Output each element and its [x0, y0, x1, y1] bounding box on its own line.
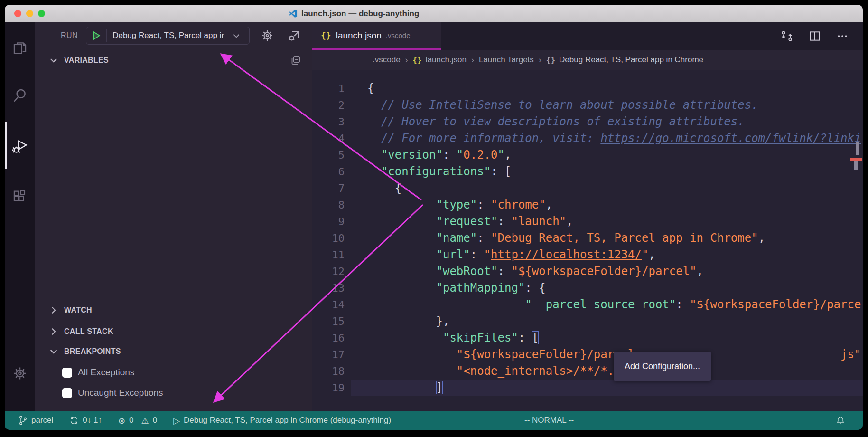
dropdown-divider [106, 29, 107, 42]
code-line-content[interactable]: "version": "0.2.0", [351, 147, 863, 163]
code-line-content[interactable]: { [351, 80, 863, 97]
notifications-bell-icon[interactable] [835, 411, 846, 430]
line-number: 2 [312, 97, 351, 114]
checkbox-label: Uncaught Exceptions [78, 388, 163, 398]
line-number: 11 [312, 247, 351, 263]
checkbox-label: All Exceptions [78, 367, 134, 378]
line-number: 5 [312, 147, 351, 163]
breadcrumb-target[interactable]: Debug React, TS, Parcel app in Chrome [559, 55, 703, 65]
code-line-content[interactable]: { [351, 180, 863, 197]
tab-launch-json[interactable]: {} launch.json .vscode [312, 22, 441, 50]
code-line-content[interactable]: // Use IntelliSense to learn about possi… [351, 97, 863, 114]
tab-file-name: launch.json [336, 30, 382, 41]
code-line[interactable]: 8 "type": "chrome", [312, 197, 863, 213]
code-line[interactable]: 7 { [312, 180, 863, 197]
line-number: 18 [312, 363, 351, 380]
code-line-content[interactable]: "configurations": [ [351, 163, 863, 180]
code-line[interactable]: 17 "${workspaceFolder}/parcel, js", [312, 346, 863, 363]
breadcrumb-file[interactable]: launch.json [426, 55, 467, 65]
run-and-debug-icon[interactable] [11, 138, 28, 155]
close-window-button[interactable] [14, 10, 21, 17]
configure-gear-icon[interactable] [260, 28, 274, 43]
git-branch-item[interactable]: parcel [18, 415, 53, 426]
code-line[interactable]: 14 "__parcel_source_root": "${workspaceF… [312, 296, 863, 313]
line-number: 15 [312, 313, 351, 330]
section-breakpoints[interactable]: BREAKPOINTS [35, 343, 312, 360]
code-line-content[interactable]: "type": "chrome", [351, 197, 863, 213]
zoom-window-button[interactable] [38, 10, 45, 17]
code-line-content[interactable]: "${workspaceFolder}/parcel, js", [351, 346, 863, 363]
run-debug-sidebar: RUN Debug React, TS, Parcel app ir [35, 22, 312, 411]
code-line[interactable]: 11 "url": "http://localhost:1234/", [312, 247, 863, 263]
code-line-content[interactable]: "request": "launch", [351, 213, 863, 230]
code-line[interactable]: 15 }, [312, 313, 863, 330]
status-bar: parcel 0↓ 1↑ ⊗ 0 ⚠ 0 ▷ Debug React, TS, … [5, 411, 863, 430]
code-line[interactable]: 9 "request": "launch", [312, 213, 863, 230]
code-line[interactable]: 16 "skipFiles": [ [312, 330, 863, 346]
open-changes-icon[interactable] [780, 29, 793, 43]
line-number: 9 [312, 213, 351, 230]
settings-gear-icon[interactable] [11, 365, 28, 382]
code-line[interactable]: 6 "configurations": [ [312, 163, 863, 180]
line-number: 19 [312, 380, 351, 396]
code-line-content[interactable]: "name": "Debug React, TS, Parcel app in … [351, 230, 863, 247]
line-number: 1 [312, 80, 351, 97]
code-line-content[interactable]: ] [351, 380, 863, 396]
code-line-content[interactable]: "webRoot": "${workspaceFolder}/parcel", [351, 263, 863, 280]
code-lines[interactable]: 1{2 // Use IntelliSense to learn about p… [312, 70, 863, 411]
code-line-content[interactable]: "__parcel_source_root": "${workspaceFold… [351, 296, 863, 313]
chevron-right-icon [49, 327, 58, 336]
collapse-all-icon[interactable] [290, 55, 301, 66]
code-line-content[interactable]: }, [351, 313, 863, 330]
editor-group: {} launch.json .vscode [312, 22, 863, 411]
code-line[interactable]: 3 // Hover to view descriptions of exist… [312, 114, 863, 130]
minimize-window-button[interactable] [26, 10, 33, 17]
code-line[interactable]: 18 "<node_internals>/**/*.js" [312, 363, 863, 380]
line-number: 12 [312, 263, 351, 280]
search-icon[interactable] [11, 87, 28, 104]
code-line[interactable]: 1{ [312, 80, 863, 97]
extensions-icon[interactable] [11, 188, 28, 205]
code-line-content[interactable]: "skipFiles": [ [351, 330, 863, 346]
code-line[interactable]: 10 "name": "Debug React, TS, Parcel app … [312, 230, 863, 247]
debug-toolbar: RUN Debug React, TS, Parcel app ir [35, 26, 312, 45]
checkbox-uncaught-exceptions[interactable] [62, 388, 72, 398]
problems-item[interactable]: ⊗ 0 ⚠ 0 [118, 416, 157, 426]
debug-target-item[interactable]: ▷ Debug React, TS, Parcel app in Chrome … [173, 416, 391, 426]
error-icon: ⊗ [118, 416, 125, 426]
warning-count: 0 [153, 416, 157, 425]
code-line-content[interactable]: // Hover to view descriptions of existin… [351, 114, 863, 130]
launch-config-dropdown[interactable]: Debug React, TS, Parcel app ir [86, 27, 250, 45]
breadcrumb-separator: › [405, 55, 408, 65]
sync-changes-item[interactable]: 0↓ 1↑ [69, 416, 102, 425]
code-line[interactable]: 5 "version": "0.2.0", [312, 147, 863, 163]
code-line[interactable]: 13 "pathMapping": { [312, 280, 863, 296]
explorer-icon[interactable] [11, 39, 28, 57]
section-variables[interactable]: VARIABLES [35, 52, 312, 69]
branch-name: parcel [31, 416, 53, 425]
code-line-content[interactable]: "<node_internals>/**/*.js" [351, 363, 863, 380]
overview-ruler-mark [854, 161, 858, 170]
code-line[interactable]: 4 // For more information, visit: https:… [312, 130, 863, 147]
checkbox-all-exceptions[interactable] [62, 368, 72, 378]
breadcrumb-section[interactable]: Launch Targets [479, 55, 534, 65]
start-debug-icon[interactable] [91, 30, 102, 41]
warning-icon: ⚠ [141, 416, 149, 426]
code-line[interactable]: 2 // Use IntelliSense to learn about pos… [312, 97, 863, 114]
active-view-indicator [5, 122, 7, 169]
code-line[interactable]: 19 ] [312, 380, 863, 396]
json-file-icon: {} [413, 56, 422, 65]
breadcrumb-dir[interactable]: .vscode [373, 55, 401, 65]
code-line[interactable]: 12 "webRoot": "${workspaceFolder}/parcel… [312, 263, 863, 280]
code-line-content[interactable]: // For more information, visit: https://… [351, 130, 863, 147]
add-configuration-button[interactable]: Add Configuration... [614, 352, 711, 381]
split-editor-icon[interactable] [809, 30, 821, 42]
section-call-stack[interactable]: CALL STACK [35, 323, 312, 340]
breadcrumb: .vscode › {} launch.json › Launch Target… [312, 50, 863, 70]
code-line-content[interactable]: "url": "http://localhost:1234/", [351, 247, 863, 263]
run-label: RUN [61, 31, 78, 40]
more-actions-icon[interactable] [836, 30, 849, 42]
open-launch-json-icon[interactable] [287, 28, 302, 43]
code-line-content[interactable]: "pathMapping": { [351, 280, 863, 296]
section-watch[interactable]: WATCH [35, 302, 312, 319]
